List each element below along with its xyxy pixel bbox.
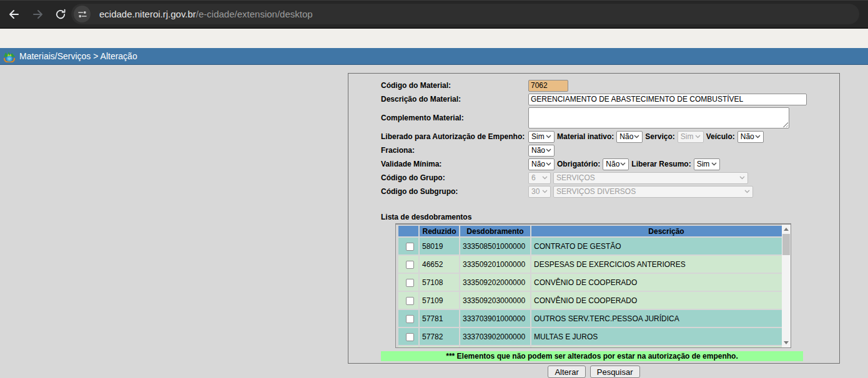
row-checkbox[interactable]: [406, 243, 414, 251]
validade-minima-select[interactable]: Não: [528, 158, 555, 170]
liberado-empenho-select[interactable]: Sim: [528, 131, 555, 143]
scrollbar-thumb[interactable]: [782, 234, 790, 255]
site-settings-icon: [78, 10, 87, 19]
material-form-panel: Código do Material: Descrição do Materia…: [348, 73, 840, 364]
scrollbar-up-arrow-icon[interactable]: [782, 225, 791, 233]
desdobramento-column-header: Desdobramento: [460, 226, 530, 236]
desdobramentos-title: Lista de desdobramentos: [381, 213, 839, 221]
row-checkbox[interactable]: [406, 297, 414, 305]
url-path: /e-cidade/extension/desktop: [196, 9, 313, 19]
complemento-material-label: Complemento Material:: [381, 114, 528, 122]
row-checkbox[interactable]: [406, 333, 414, 341]
codigo-grupo-label: Código do Grupo:: [381, 173, 528, 182]
codigo-material-input[interactable]: [528, 80, 568, 92]
grupo-code-select-disabled: 6: [528, 172, 551, 184]
ecidade-logo-icon: [3, 51, 16, 62]
module-title-bar: Materiais/Serviços > Alteração: [0, 48, 868, 65]
field-row-subgrupo: Código do Subgrupo: 30 SERVIÇOS DIVERSOS: [381, 185, 839, 198]
field-row-grupo: Código do Grupo: 6 SERVIÇOS: [381, 171, 839, 185]
chevron-down-icon: [546, 148, 551, 152]
alterar-button[interactable]: Alterar: [548, 366, 585, 378]
chevron-down-icon: [546, 135, 551, 138]
forward-arrow-icon: [32, 8, 44, 21]
codigo-material-label: Código do Material:: [381, 81, 528, 90]
pesquisar-button[interactable]: Pesquisar: [590, 366, 640, 378]
page-top-strip: [0, 29, 868, 48]
table-row-partial: [398, 346, 791, 348]
back-arrow-icon: [7, 8, 20, 21]
chevron-down-icon: [755, 135, 761, 138]
liberar-resumo-select[interactable]: Sim: [694, 158, 720, 170]
field-row-codigo-material: Código do Material:: [381, 79, 839, 92]
url-domain: ecidade.niteroi.rj.gov.br: [99, 9, 196, 19]
descricao-column-header: Descrição: [531, 226, 791, 236]
address-bar[interactable]: ecidade.niteroi.rj.gov.br/e-cidade/exten…: [71, 4, 859, 24]
breadcrumb: Materiais/Serviços > Alteração: [19, 51, 137, 61]
fraciona-select[interactable]: Não: [528, 145, 555, 157]
back-button[interactable]: [7, 7, 21, 21]
chevron-down-icon: [634, 135, 639, 138]
liberado-empenho-label: Liberado para Autorização de Empenho:: [381, 132, 528, 141]
field-row-complemento-material: Complemento Material:: [381, 107, 839, 128]
action-button-row: Alterar Pesquisar: [348, 366, 840, 378]
desdobramentos-table-container: Reduzido Desdobramento Descrição 58019 3…: [395, 223, 791, 348]
grupo-name-select-disabled: SERVIÇOS: [553, 172, 748, 184]
reload-icon: [54, 8, 67, 21]
veiculo-select[interactable]: Não: [737, 131, 764, 143]
chevron-down-icon: [542, 190, 548, 193]
chevron-down-icon: [739, 176, 745, 180]
descricao-material-input[interactable]: [528, 94, 807, 105]
chevron-down-icon: [744, 190, 750, 193]
field-row-validade: Validade Mínima: Não Obrigatório: Não Li…: [381, 157, 839, 171]
table-row: 57109 333509203000000 CONVÊNIO DE COOPER…: [398, 292, 791, 309]
url-text[interactable]: ecidade.niteroi.rj.gov.br/e-cidade/exten…: [99, 9, 313, 19]
table-row: 46652 333509201000000 DESPESAS DE EXERCI…: [398, 256, 791, 273]
table-header-row: Reduzido Desdobramento Descrição: [398, 226, 791, 236]
field-row-descricao-material: Descrição do Material:: [381, 92, 839, 106]
obrigatorio-label: Obrigatório:: [557, 160, 600, 168]
field-row-flags: Liberado para Autorização de Empenho: Si…: [381, 130, 839, 143]
validade-minima-label: Validade Mínima:: [381, 160, 528, 168]
veiculo-label: Veículo:: [706, 132, 735, 141]
material-inativo-label: Material inativo:: [557, 132, 614, 141]
obrigatorio-select[interactable]: Não: [603, 158, 629, 170]
table-row: 58019 333508501000000 CONTRATO DE GESTÃO: [398, 238, 791, 254]
chevron-down-icon: [546, 162, 551, 166]
row-checkbox[interactable]: [406, 279, 414, 287]
table-row: 57782 333703902000000 MULTAS E JUROS: [398, 328, 791, 345]
complemento-material-textarea[interactable]: [528, 107, 789, 128]
scrollbar-down-arrow-icon[interactable]: [782, 339, 791, 347]
subgrupo-code-select-disabled: 30: [528, 186, 551, 198]
servico-select-disabled: Sim: [678, 131, 704, 143]
field-row-fraciona: Fraciona: Não: [381, 143, 839, 157]
chevron-down-icon: [695, 135, 701, 138]
descricao-material-label: Descrição do Material:: [381, 95, 528, 104]
table-row: 57108 333509202000000 CONVÊNIO DE COOPER…: [398, 274, 791, 291]
row-checkbox[interactable]: [406, 261, 414, 269]
desdobramentos-table: Reduzido Desdobramento Descrição 58019 3…: [397, 225, 791, 348]
checkbox-column-header: [398, 226, 418, 236]
table-row: 57781 333703901000000 OUTROS SERV.TERC.P…: [398, 310, 791, 327]
chevron-down-icon: [542, 176, 548, 180]
reload-button[interactable]: [54, 7, 67, 21]
forward-button[interactable]: [31, 7, 45, 21]
chevron-down-icon: [620, 162, 626, 166]
fraciona-label: Fraciona:: [381, 146, 528, 155]
row-checkbox[interactable]: [406, 315, 414, 323]
subgrupo-name-select-disabled: SERVIÇOS DIVERSOS: [553, 186, 753, 198]
site-info-button[interactable]: [74, 6, 91, 22]
chevron-down-icon: [711, 162, 717, 166]
table-scrollbar[interactable]: [782, 225, 791, 347]
empenho-notice: *** Elementos que não podem ser alterado…: [381, 351, 803, 361]
liberar-resumo-label: Liberar Resumo:: [631, 160, 691, 168]
reduzido-column-header: Reduzido: [420, 226, 459, 236]
browser-toolbar: ecidade.niteroi.rj.gov.br/e-cidade/exten…: [0, 0, 868, 29]
codigo-subgrupo-label: Código do Subgrupo:: [381, 187, 528, 196]
material-inativo-select[interactable]: Não: [616, 131, 643, 143]
servico-label: Serviço:: [645, 132, 674, 141]
